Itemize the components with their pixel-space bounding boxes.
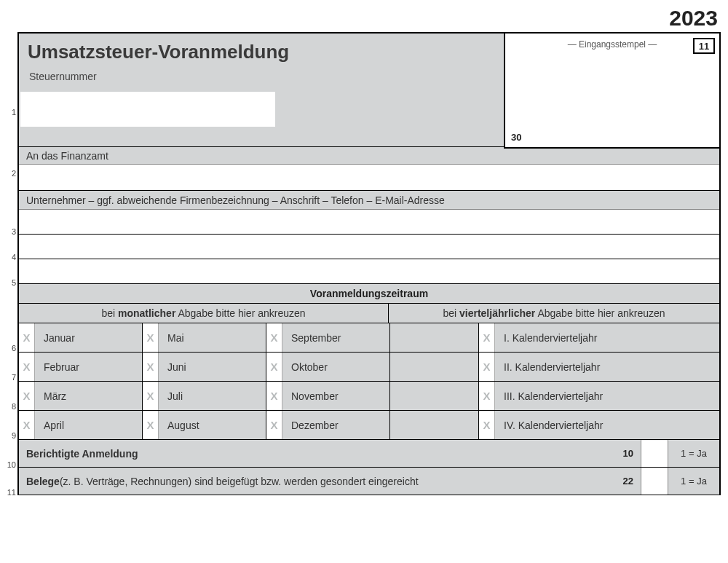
hint-1-ja: 1 = Ja bbox=[668, 440, 719, 467]
line-num: 6 bbox=[12, 344, 16, 353]
line-num: 7 bbox=[12, 373, 16, 382]
label-mai: Mai bbox=[159, 323, 266, 352]
label-august: August bbox=[159, 411, 266, 439]
label-februar: Februar bbox=[35, 353, 142, 381]
checkbox-august[interactable]: X bbox=[143, 411, 159, 439]
label-q1: I. Kalendervierteljahr bbox=[495, 323, 719, 352]
label-oktober: Oktober bbox=[282, 353, 389, 381]
line-num: 11 bbox=[7, 488, 16, 497]
line-num: 4 bbox=[12, 253, 16, 261]
unternehmer-input-2[interactable] bbox=[19, 234, 719, 259]
input-code-22[interactable] bbox=[641, 468, 668, 495]
period-row: X März X Juli X November X III. Kalender… bbox=[19, 382, 719, 411]
period-row: X April X August X Dezember X IV. Kalend… bbox=[19, 411, 719, 440]
label-q4: IV. Kalendervierteljahr bbox=[495, 411, 719, 439]
form-container: Umsatzsteuer-Voranmeldung Steuernummer —… bbox=[17, 32, 721, 495]
unternehmer-block: Unternehmer – ggf. abweichende Firmenbez… bbox=[19, 191, 719, 284]
finanzamt-row: An das Finanzamt bbox=[19, 147, 719, 191]
label-berichtigte: Berichtigte Anmeldung bbox=[19, 440, 604, 467]
eingangsstempel-box: — Eingangsstempel — 11 30 bbox=[504, 32, 721, 149]
month-cell-maerz: X März bbox=[19, 382, 143, 410]
label-maerz: März bbox=[35, 382, 142, 410]
checkbox-q3[interactable]: X bbox=[479, 382, 495, 410]
checkbox-dezember[interactable]: X bbox=[266, 411, 282, 439]
period-row: X Januar X Mai X September X I. Kalender… bbox=[19, 323, 719, 353]
finanzamt-label: An das Finanzamt bbox=[19, 147, 719, 164]
code-10: 10 bbox=[604, 440, 641, 467]
checkbox-april[interactable]: X bbox=[19, 411, 35, 439]
month-cell-november: X November bbox=[266, 382, 390, 410]
month-cell-juni: X Juni bbox=[143, 353, 266, 381]
checkbox-q4[interactable]: X bbox=[479, 411, 495, 439]
code-22: 22 bbox=[604, 468, 641, 495]
txt: vierteljährlicher bbox=[459, 307, 535, 319]
checkbox-q2[interactable]: X bbox=[479, 353, 495, 381]
month-cell-april: X April bbox=[19, 411, 143, 439]
code-30-label: 30 bbox=[511, 132, 521, 143]
finanzamt-input[interactable] bbox=[19, 164, 719, 190]
checkbox-juli[interactable]: X bbox=[143, 382, 159, 410]
label-november: November bbox=[282, 382, 389, 410]
checkbox-q1[interactable]: X bbox=[479, 323, 495, 352]
label-q3: III. Kalendervierteljahr bbox=[495, 382, 719, 410]
checkbox-juni[interactable]: X bbox=[143, 353, 159, 381]
quarter-cell-4: X IV. Kalendervierteljahr bbox=[479, 411, 719, 439]
row-berichtigte-anmeldung: Berichtigte Anmeldung 10 1 = Ja bbox=[19, 440, 719, 468]
spacer bbox=[390, 353, 479, 381]
line-num: 8 bbox=[12, 402, 16, 411]
period-header-quarterly: bei vierteljährlicher Abgabe bitte hier … bbox=[389, 304, 719, 323]
line-num: 9 bbox=[12, 431, 16, 440]
txt: Belege bbox=[26, 476, 60, 487]
row-belege: Belege (z. B. Verträge, Rechnungen) sind… bbox=[19, 468, 719, 495]
label-q2: II. Kalendervierteljahr bbox=[495, 353, 719, 381]
checkbox-maerz[interactable]: X bbox=[19, 382, 35, 410]
quarter-cell-1: X I. Kalendervierteljahr bbox=[479, 323, 719, 352]
month-cell-oktober: X Oktober bbox=[266, 353, 390, 381]
steuernummer-input[interactable] bbox=[20, 92, 275, 127]
label-januar: Januar bbox=[35, 323, 142, 352]
txt: Abgabe bitte hier ankreuzen bbox=[535, 307, 665, 319]
header-area: Umsatzsteuer-Voranmeldung Steuernummer —… bbox=[19, 34, 719, 147]
period-header-row: bei monatlicher Abgabe bitte hier ankreu… bbox=[19, 304, 719, 323]
unternehmer-input-1[interactable] bbox=[19, 209, 719, 234]
line-num: 2 bbox=[12, 169, 16, 178]
period-row: X Februar X Juni X Oktober X II. Kalende… bbox=[19, 353, 719, 382]
month-cell-januar: X Januar bbox=[19, 323, 143, 352]
label-september: September bbox=[282, 323, 389, 352]
line-num: 3 bbox=[12, 227, 16, 236]
line-num: 10 bbox=[7, 460, 16, 469]
label-dezember: Dezember bbox=[282, 411, 389, 439]
checkbox-januar[interactable]: X bbox=[19, 323, 35, 352]
txt: bei bbox=[101, 307, 118, 319]
label-juni: Juni bbox=[159, 353, 266, 381]
txt: Abgabe bitte hier ankreuzen bbox=[175, 307, 305, 319]
code-11-box: 11 bbox=[693, 38, 715, 54]
checkbox-oktober[interactable]: X bbox=[266, 353, 282, 381]
quarter-cell-2: X II. Kalendervierteljahr bbox=[479, 353, 719, 381]
unternehmer-input-3[interactable] bbox=[19, 259, 719, 283]
checkbox-september[interactable]: X bbox=[266, 323, 282, 352]
unternehmer-label: Unternehmer – ggf. abweichende Firmenbez… bbox=[19, 191, 719, 209]
checkbox-november[interactable]: X bbox=[266, 382, 282, 410]
period-header-monthly: bei monatlicher Abgabe bitte hier ankreu… bbox=[19, 304, 389, 323]
checkbox-februar[interactable]: X bbox=[19, 353, 35, 381]
txt: (z. B. Verträge, Rechnungen) sind beigef… bbox=[60, 476, 419, 487]
txt: bei bbox=[443, 307, 459, 319]
label-juli: Juli bbox=[159, 382, 266, 410]
month-cell-juli: X Juli bbox=[143, 382, 266, 410]
label-april: April bbox=[35, 411, 142, 439]
hint-1-ja: 1 = Ja bbox=[668, 468, 719, 495]
checkbox-mai[interactable]: X bbox=[143, 323, 159, 352]
spacer bbox=[390, 323, 479, 352]
month-cell-september: X September bbox=[266, 323, 390, 352]
eingangsstempel-label: — Eingangsstempel — bbox=[505, 39, 719, 50]
spacer bbox=[390, 382, 479, 410]
section-voranmeldungszeitraum: Voranmeldungszeitraum bbox=[19, 284, 719, 304]
line-num: 5 bbox=[12, 278, 16, 287]
line-num: 1 bbox=[12, 108, 16, 117]
month-cell-dezember: X Dezember bbox=[266, 411, 390, 439]
month-cell-mai: X Mai bbox=[143, 323, 266, 352]
txt: monatlicher bbox=[118, 307, 175, 319]
month-cell-februar: X Februar bbox=[19, 353, 143, 381]
input-code-10[interactable] bbox=[641, 440, 668, 467]
